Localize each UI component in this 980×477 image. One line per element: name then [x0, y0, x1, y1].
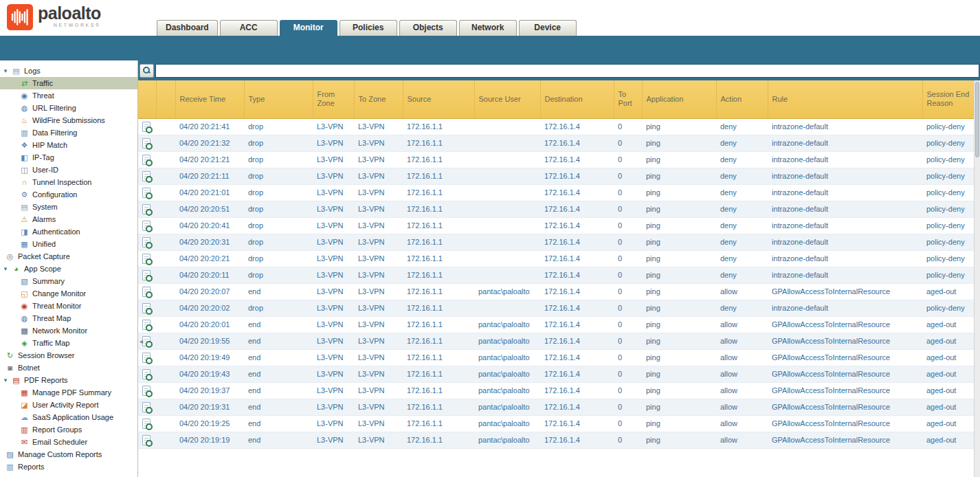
sidebar-item-packet-capture[interactable]: ◎Packet Capture — [0, 250, 137, 263]
sidebar-item-network-monitor[interactable]: ▩Network Monitor — [0, 324, 137, 337]
caret-down-icon[interactable]: ▼ — [3, 377, 11, 384]
cell-session-end-reason: policy-deny — [922, 168, 974, 184]
log-detail-icon[interactable] — [142, 254, 151, 264]
column-header-source-user[interactable]: Source User — [474, 80, 540, 118]
scrollbar-thumb[interactable] — [975, 82, 979, 157]
log-detail-icon[interactable] — [142, 320, 151, 330]
column-header-session-end-reason[interactable]: Session End Reason — [922, 80, 974, 118]
log-detail-icon[interactable] — [142, 287, 151, 297]
cell-action: allow — [716, 349, 768, 366]
log-detail-icon[interactable] — [142, 155, 151, 165]
sidebar-item-report-groups[interactable]: ▥Report Groups — [0, 423, 137, 436]
apply-filter-button[interactable] — [140, 64, 154, 78]
sidebar-item-wildfire-submissions[interactable]: ♨WildFire Submissions — [0, 114, 137, 126]
log-detail-icon[interactable] — [142, 204, 151, 214]
sidebar-collapse-handle[interactable]: ◄ — [138, 334, 144, 349]
caret-down-icon[interactable]: ▼ — [3, 266, 11, 272]
sidebar-item-email-scheduler[interactable]: ✉Email Scheduler — [0, 436, 137, 448]
sidebar-item-authentication[interactable]: ◨Authentication — [0, 225, 137, 238]
column-header-action[interactable]: Action — [716, 80, 768, 118]
sidebar-item-threat-map[interactable]: ◍Threat Map — [0, 312, 137, 324]
log-detail-icon[interactable] — [142, 386, 151, 396]
sidebar-item-summary[interactable]: ▧Summary — [0, 275, 137, 287]
log-detail-icon[interactable] — [142, 237, 151, 247]
log-filter-input[interactable] — [155, 64, 979, 78]
sidebar-item-app-scope[interactable]: ▼◕App Scope — [0, 263, 137, 275]
sidebar-item-unified[interactable]: ▦Unified — [0, 238, 137, 250]
sidebar-item-user-activity-report[interactable]: ◪User Activity Report — [0, 399, 137, 411]
cell-action: deny — [716, 118, 768, 135]
cell-destination: 172.16.1.4 — [540, 283, 614, 300]
column-header-source[interactable]: Source — [403, 80, 474, 118]
sidebar-item-botnet[interactable]: ◙Botnet — [0, 362, 137, 374]
log-detail-icon[interactable] — [142, 353, 151, 363]
column-header-rule[interactable]: Rule — [768, 80, 922, 118]
detail-cell — [138, 217, 156, 234]
log-detail-icon[interactable] — [142, 435, 151, 445]
log-detail-icon[interactable] — [142, 221, 151, 231]
sidebar-item-configuration[interactable]: ⚙Configuration — [0, 188, 137, 201]
cell-type: end — [244, 283, 313, 300]
sidebar-item-label: Session Browser — [18, 351, 75, 359]
sidebar-item-traffic[interactable]: ⇄Traffic — [0, 77, 137, 89]
log-detail-icon[interactable] — [142, 369, 151, 379]
log-detail-icon[interactable] — [142, 419, 151, 429]
column-header-to-zone[interactable]: To Zone — [354, 80, 403, 118]
log-detail-icon[interactable] — [142, 188, 151, 198]
sidebar-item-alarms[interactable]: ⚠Alarms — [0, 213, 137, 225]
sidebar-item-reports[interactable]: ▥Reports — [0, 461, 137, 473]
cell-application: ping — [642, 118, 716, 135]
sidebar-item-saas-application-usage[interactable]: ☁SaaS Application Usage — [0, 411, 137, 423]
sidebar-item-tunnel-inspection[interactable]: ∩Tunnel Inspection — [0, 176, 137, 188]
sidebar-item-system[interactable]: ▤System — [0, 201, 137, 213]
sidebar-item-hip-match[interactable]: ❖HIP Match — [0, 139, 137, 151]
spacer-cell — [156, 366, 175, 382]
sidebar-item-manage-pdf-summary[interactable]: ▦Manage PDF Summary — [0, 386, 137, 399]
tab-network[interactable]: Network — [459, 20, 517, 36]
log-detail-icon[interactable] — [142, 138, 151, 148]
sidebar-item-logs[interactable]: ▼▤Logs — [0, 65, 137, 77]
sidebar-item-pdf-reports[interactable]: ▼▤PDF Reports — [0, 374, 137, 386]
vertical-scrollbar[interactable] — [974, 80, 980, 477]
cell-receive-time: 04/20 20:20:02 — [175, 300, 244, 316]
caret-down-icon[interactable]: ▼ — [3, 68, 11, 74]
sidebar-item-ip-tag[interactable]: ◧IP-Tag — [0, 151, 137, 164]
column-header-type[interactable]: Type — [244, 80, 313, 118]
column-header-application[interactable]: Application — [642, 80, 716, 118]
sidebar-item-traffic-map[interactable]: ◈Traffic Map — [0, 337, 137, 349]
sidebar-item-manage-custom-reports[interactable]: ▨Manage Custom Reports — [0, 448, 137, 461]
log-detail-icon[interactable] — [142, 122, 151, 132]
sidebar-item-threat[interactable]: ◉Threat — [0, 89, 137, 102]
log-detail-icon[interactable] — [142, 303, 151, 313]
sidebar-item-threat-monitor[interactable]: ◉Threat Monitor — [0, 300, 137, 312]
column-header-from-zone[interactable]: From Zone — [313, 80, 354, 118]
cell-to-port: 0 — [614, 151, 642, 168]
log-detail-icon[interactable] — [142, 270, 151, 280]
log-detail-icon[interactable] — [142, 171, 151, 181]
tab-objects[interactable]: Objects — [399, 20, 457, 36]
column-header-to-port[interactable]: To Port — [614, 80, 642, 118]
cell-to-port: 0 — [614, 250, 642, 267]
user-id-icon: ◫ — [19, 165, 30, 175]
sidebar-item-url-filtering[interactable]: ◍URL Filtering — [0, 102, 137, 114]
sidebar-item-change-monitor[interactable]: ◱Change Monitor — [0, 287, 137, 300]
cell-to-port: 0 — [614, 382, 642, 399]
log-detail-icon[interactable] — [142, 402, 151, 412]
tab-monitor[interactable]: Monitor — [280, 20, 337, 36]
search-icon — [143, 67, 151, 74]
cell-to-zone: L3-VPN — [354, 316, 403, 333]
email-scheduler-icon: ✉ — [19, 437, 30, 447]
tab-acc[interactable]: ACC — [220, 20, 278, 36]
manage-pdf-summary-icon: ▦ — [19, 388, 30, 397]
column-header-destination[interactable]: Destination — [540, 80, 614, 118]
tab-policies[interactable]: Policies — [339, 20, 397, 36]
cell-source-user — [474, 168, 540, 184]
cell-source: 172.16.1.1 — [403, 415, 474, 432]
sidebar-item-session-browser[interactable]: ↻Session Browser — [0, 349, 137, 362]
cell-source: 172.16.1.1 — [403, 217, 474, 234]
tab-dashboard[interactable]: Dashboard — [157, 20, 218, 36]
column-header-receive-time[interactable]: Receive Time — [175, 80, 244, 118]
sidebar-item-data-filtering[interactable]: ▥Data Filtering — [0, 126, 137, 139]
sidebar-item-user-id[interactable]: ◫User-ID — [0, 164, 137, 176]
tab-device[interactable]: Device — [519, 20, 577, 36]
